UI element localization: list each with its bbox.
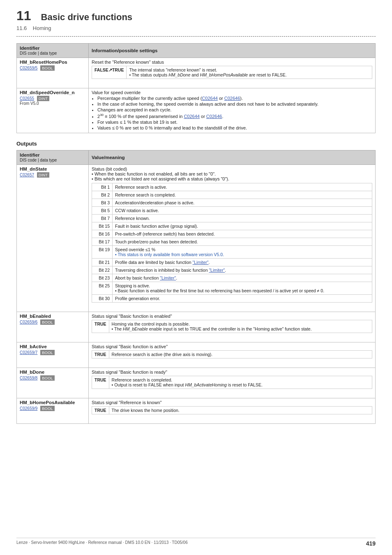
inputs-col2-header: Information/possible settings (89, 44, 376, 58)
nested-bit-table: Bit 1 Reference search is active. Bit 2 … (92, 183, 372, 303)
bit-cell: Bit 3 (92, 199, 113, 206)
dis-code-link[interactable]: C02659/5 (20, 66, 37, 70)
nested-table: TRUE Reference search is active (the dri… (92, 350, 372, 358)
bit-desc: Profile generation error. (113, 294, 372, 302)
info-cell: Value for speed override Percentage mult… (89, 88, 376, 133)
link-c02646[interactable]: C02646 (224, 96, 240, 101)
identifier-cell: HM_dnSpeedOverride_n C02655 DINT From V5… (17, 88, 89, 133)
value-cell: The drive knows the home position. (109, 406, 372, 414)
bit-desc: Profile data are limited by basic functi… (113, 258, 372, 266)
true-cell: TRUE (92, 320, 109, 333)
bit-cell: Bit 2 (92, 191, 113, 199)
info-cell: Status signal "Basic function is enabled… (89, 312, 376, 342)
table-row: Bit 7 Reference known. (92, 214, 372, 222)
value-cell: The internal status "reference known" is… (127, 66, 372, 79)
bit-cell: Bit 23 (92, 274, 113, 282)
nested-table: FALSE↗TRUE The internal status "referenc… (92, 66, 372, 79)
table-row: Bit 30 Profile generation error. (92, 294, 372, 302)
identifier-cell: HM_bActive C02659/7 BOOL (17, 342, 89, 368)
info-cell: Status (bit coded) • When the basic func… (89, 164, 376, 312)
limiter-link-21[interactable]: "Limiter" (193, 260, 209, 265)
table-row: TRUE Reference search is active (the dri… (92, 350, 372, 358)
true-cell: TRUE (92, 350, 109, 358)
bit-desc: Abort by basic function "Limiter". (113, 274, 372, 282)
bit-desc: Reference known. (113, 214, 372, 222)
bit-cell: Bit 19 (92, 245, 113, 258)
table-row: HM_dnState C02657 DINT Status (bit coded… (17, 164, 376, 312)
table-row: Bit 17 Touch probe/zero pulse has been d… (92, 238, 372, 245)
bit-cell: Bit 30 (92, 294, 113, 302)
table-row: Bit 25 Stopping is active. • Basic funct… (92, 282, 372, 294)
link-c02644b[interactable]: C02644 (184, 114, 200, 119)
table-row: FALSE↗TRUE The internal status "referenc… (92, 66, 372, 79)
inputs-col1-header: Identifier DIS code | data type (17, 44, 89, 58)
table-row: Bit 22 Traversing direction is inhibited… (92, 266, 372, 274)
link-c02644[interactable]: C02644 (202, 96, 218, 101)
table-row: HM_bActive C02659/7 BOOL Status signal "… (17, 342, 376, 368)
bit-desc: CCW rotation is active. (113, 206, 372, 214)
nested-table: TRUE Homing via the control inputs is po… (92, 320, 372, 333)
table-row: Bit 3 Acceleration/deceleration phase is… (92, 199, 372, 206)
bit-cell: Bit 15 (92, 222, 113, 230)
dis-code-link[interactable]: C02659/7 (20, 350, 37, 355)
outputs-col2-header: Value/meaning (89, 150, 376, 164)
outputs-col1-header: Identifier DIS code | data type (17, 150, 89, 164)
table-row: TRUE Reference search is completed. • Ou… (92, 376, 372, 388)
bit-desc: Speed override ≤1 % • This status is onl… (113, 245, 372, 258)
dis-code-link[interactable]: C02657 (20, 173, 34, 177)
bit-desc: Fault in basic function active (group si… (113, 222, 372, 230)
info-cell: Status signal "Reference is known" TRUE … (89, 398, 376, 423)
link-c02646b[interactable]: C02646 (206, 114, 222, 119)
value-cell: Reference search is active (the drive ax… (109, 350, 372, 358)
table-row: Bit 19 Speed override ≤1 % • This status… (92, 245, 372, 258)
outputs-heading: Outputs (16, 141, 376, 147)
dis-code-link[interactable]: C02659/8 (20, 376, 37, 380)
identifier-cell: HM_bHomePosAvailable C02659/9 BOOL (17, 398, 89, 423)
limiter-link-22[interactable]: "Limiter" (209, 268, 225, 273)
table-row: Bit 23 Abort by basic function "Limiter"… (92, 274, 372, 282)
footer-left: Lenze · Servo-Inverter 9400 HighLine · R… (16, 540, 188, 547)
identifier-cell: HM_dnState C02657 DINT (17, 164, 89, 312)
table-row: HM_bDone C02659/8 BOOL Status signal "Ba… (17, 368, 376, 398)
dis-code-link[interactable]: C02655 (20, 96, 34, 101)
table-row: HM_dnSpeedOverride_n C02655 DINT From V5… (17, 88, 376, 133)
info-list: Percentage multiplier for the currently … (92, 96, 372, 130)
false-true-cell: FALSE↗TRUE (92, 66, 127, 79)
bit-cell: Bit 16 (92, 230, 113, 238)
value-cell: Homing via the control inputs is possibl… (109, 320, 372, 333)
nested-table: TRUE The drive knows the home position. (92, 406, 372, 414)
bit-cell: Bit 22 (92, 266, 113, 274)
outputs-table: Identifier DIS code | data type Value/me… (16, 150, 376, 424)
bit-cell: Bit 21 (92, 258, 113, 266)
bit-cell: Bit 7 (92, 214, 113, 222)
info-cell: Status signal "Basic function is active"… (89, 342, 376, 368)
bit-desc: Acceleration/deceleration phase is activ… (113, 199, 372, 206)
bit-cell: Bit 5 (92, 206, 113, 214)
bit-desc: Stopping is active. • Basic function is … (113, 282, 372, 294)
dis-code-link[interactable]: C02659/6 (20, 320, 37, 324)
identifier-cell: HM_bResetHomePos C02659/5 BOOL (17, 58, 89, 88)
chapter-number: 11 (16, 8, 31, 23)
table-row: Bit 5 CCW rotation is active. (92, 206, 372, 214)
identifier-cell: HM_bDone C02659/8 BOOL (17, 368, 89, 398)
bit-cell: Bit 25 (92, 282, 113, 294)
bit-desc: Pre-switch-off (reference switch) has be… (113, 230, 372, 238)
section-number: 11.6 Homing (16, 25, 376, 31)
identifier-cell: HM_bEnabled C02659/6 BOOL (17, 312, 89, 342)
bit-desc: Traversing direction is inhibited by bas… (113, 266, 372, 274)
true-cell: TRUE (92, 376, 109, 388)
table-row: HM_bEnabled C02659/6 BOOL Status signal … (17, 312, 376, 342)
chapter-title: Basic drive functions (41, 12, 133, 23)
table-row: Bit 2 Reference search is completed. (92, 191, 372, 199)
limiter-link-23[interactable]: "Limiter" (160, 275, 176, 280)
table-row: Bit 15 Fault in basic function active (g… (92, 222, 372, 230)
dis-code-link[interactable]: C02659/9 (20, 406, 37, 411)
page-footer: Lenze · Servo-Inverter 9400 HighLine · R… (16, 538, 376, 547)
table-row: TRUE The drive knows the home position. (92, 406, 372, 414)
info-cell: Status signal "Basic function is ready" … (89, 368, 376, 398)
section-divider (16, 36, 376, 37)
bit-desc: Touch probe/zero pulse has been detected… (113, 238, 372, 245)
bit-desc: Reference search is active. (113, 183, 372, 191)
table-row: Bit 16 Pre-switch-off (reference switch)… (92, 230, 372, 238)
inputs-table: Identifier DIS code | data type Informat… (16, 43, 376, 133)
